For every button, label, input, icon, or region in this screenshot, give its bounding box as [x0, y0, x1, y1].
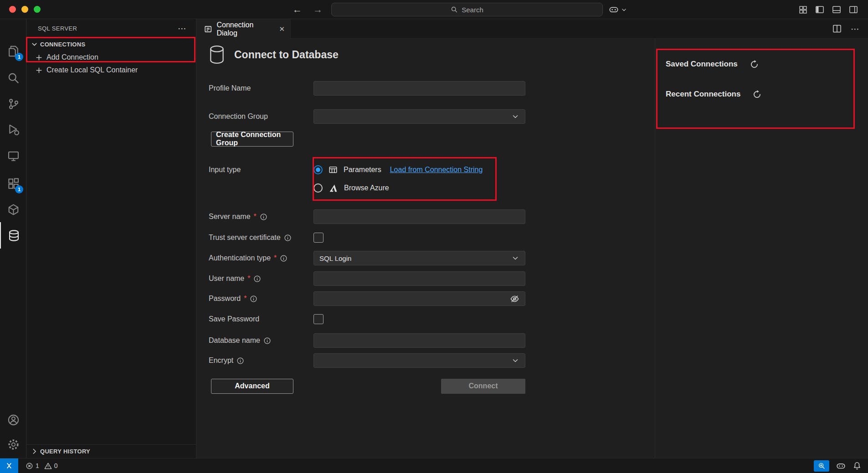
connect-button[interactable]: Connect — [441, 379, 525, 394]
activity-search[interactable] — [0, 65, 26, 91]
table-icon — [329, 165, 338, 174]
zoom-status-button[interactable] — [814, 460, 829, 472]
package-icon — [7, 203, 20, 216]
sql-server-icon — [8, 229, 20, 242]
save-password-row: Save Password — [209, 312, 324, 326]
forward-button[interactable]: → — [313, 4, 323, 15]
refresh-icon[interactable] — [750, 60, 759, 69]
encrypt-select[interactable] — [313, 353, 525, 368]
tab-connection-dialog[interactable]: Connection Dialog ✕ — [197, 19, 291, 39]
search-input[interactable]: Search — [331, 3, 603, 16]
toggle-sidebar-icon[interactable] — [815, 5, 824, 14]
info-icon[interactable] — [260, 213, 267, 221]
close-window-button[interactable] — [9, 6, 16, 13]
sidebar-header: SQL SERVER ⋯ — [27, 19, 196, 37]
problems-button[interactable]: 1 0 — [23, 462, 58, 470]
sidebar-title: SQL SERVER — [38, 25, 178, 32]
connection-group-select[interactable] — [313, 109, 525, 124]
notifications-bell-icon[interactable] — [853, 461, 862, 470]
sidebar-item-label: Add Connection — [46, 53, 98, 61]
authentication-type-label: Authentication type — [209, 254, 271, 262]
info-icon[interactable] — [236, 357, 244, 365]
save-password-checkbox[interactable] — [313, 314, 324, 324]
zoom-window-button[interactable] — [34, 6, 41, 13]
gear-icon — [7, 438, 20, 451]
trust-certificate-checkbox[interactable] — [313, 233, 324, 243]
remote-indicator-button[interactable] — [0, 458, 18, 473]
close-tab-icon[interactable]: ✕ — [279, 25, 285, 33]
query-history-section-header[interactable]: QUERY HISTORY — [27, 444, 196, 458]
activity-sql-server[interactable] — [0, 222, 26, 249]
database-icon — [209, 45, 225, 64]
error-count: 1 — [36, 462, 39, 469]
password-input[interactable] — [313, 291, 525, 306]
chevron-down-icon — [511, 254, 519, 262]
sidebar-item-create-local-sql-container[interactable]: Create Local SQL Container — [27, 64, 196, 76]
activity-remote-explorer[interactable] — [0, 142, 26, 169]
info-icon[interactable] — [284, 234, 292, 242]
password-label: Password — [209, 295, 241, 303]
sidebar-item-label: Create Local SQL Container — [46, 66, 138, 74]
password-row: Password * — [209, 291, 525, 306]
plus-icon — [35, 54, 43, 61]
info-icon[interactable] — [253, 275, 261, 283]
editor-group: Connection Dialog ✕ ⋯ Connect to Databas… — [197, 19, 868, 458]
plus-icon — [35, 66, 43, 74]
info-icon[interactable] — [250, 295, 257, 303]
server-name-row: Server name * — [209, 209, 525, 224]
copilot-menu[interactable] — [609, 0, 627, 19]
activity-containers[interactable] — [0, 196, 26, 223]
warning-icon — [44, 462, 52, 470]
copilot-status-icon[interactable] — [836, 461, 846, 471]
toggle-panel-icon[interactable] — [832, 5, 841, 14]
refresh-icon[interactable] — [752, 90, 762, 99]
more-actions-icon[interactable]: ⋯ — [851, 24, 860, 34]
customize-layout-icon[interactable] — [799, 5, 807, 14]
create-group-row: Create Connection Group — [209, 132, 293, 146]
warning-count: 0 — [54, 462, 58, 469]
info-icon[interactable] — [280, 254, 288, 262]
sidebar: SQL SERVER ⋯ CONNECTIONS Add Connection … — [27, 19, 196, 458]
advanced-button[interactable]: Advanced — [211, 379, 293, 394]
browse-azure-radio[interactable] — [313, 183, 323, 193]
database-name-input[interactable] — [313, 333, 525, 348]
authentication-type-row: Authentication type * SQL Login — [209, 251, 525, 265]
input-type-row: Input type Parameters Load from Connecti… — [209, 163, 483, 177]
chevron-down-icon — [511, 112, 519, 121]
parameters-radio[interactable] — [313, 165, 323, 174]
activity-settings[interactable] — [0, 433, 26, 455]
connections-section-header[interactable]: CONNECTIONS — [27, 37, 196, 51]
profile-name-input[interactable] — [313, 81, 525, 96]
activity-source-control[interactable] — [0, 91, 26, 117]
zoom-in-icon — [818, 462, 826, 470]
required-marker: * — [254, 213, 257, 221]
split-editor-icon[interactable] — [832, 24, 842, 33]
connection-group-label: Connection Group — [209, 112, 268, 121]
account-icon — [7, 414, 20, 426]
query-history-section-label: QUERY HISTORY — [40, 448, 90, 455]
toggle-secondary-sidebar-icon[interactable] — [849, 5, 858, 14]
activity-run-debug[interactable] — [0, 116, 26, 142]
eye-off-icon[interactable] — [510, 294, 519, 304]
sidebar-item-add-connection[interactable]: Add Connection — [27, 51, 196, 64]
activity-accounts[interactable] — [0, 409, 26, 431]
profile-name-label: Profile Name — [209, 84, 251, 92]
encrypt-row: Encrypt — [209, 353, 525, 368]
explorer-badge: 1 — [15, 53, 23, 61]
actions-row: Advanced Connect — [209, 379, 528, 393]
activity-extensions[interactable]: 1 — [0, 170, 26, 197]
extensions-badge: 1 — [15, 185, 23, 193]
back-button[interactable]: ← — [293, 4, 302, 15]
required-marker: * — [274, 254, 277, 262]
more-actions-icon[interactable]: ⋯ — [178, 23, 187, 34]
activity-explorer[interactable]: 1 — [0, 38, 26, 64]
load-connection-string-link[interactable]: Load from Connection String — [390, 166, 483, 174]
server-name-input[interactable] — [313, 209, 525, 224]
create-connection-group-button[interactable]: Create Connection Group — [211, 132, 293, 147]
info-icon[interactable] — [263, 337, 271, 345]
connection-form: Connect to Database Profile Name Connect… — [197, 39, 655, 458]
user-name-input[interactable] — [313, 271, 525, 286]
browse-azure-label: Browse Azure — [344, 184, 389, 192]
authentication-type-select[interactable]: SQL Login — [313, 251, 525, 265]
minimize-window-button[interactable] — [21, 6, 28, 13]
